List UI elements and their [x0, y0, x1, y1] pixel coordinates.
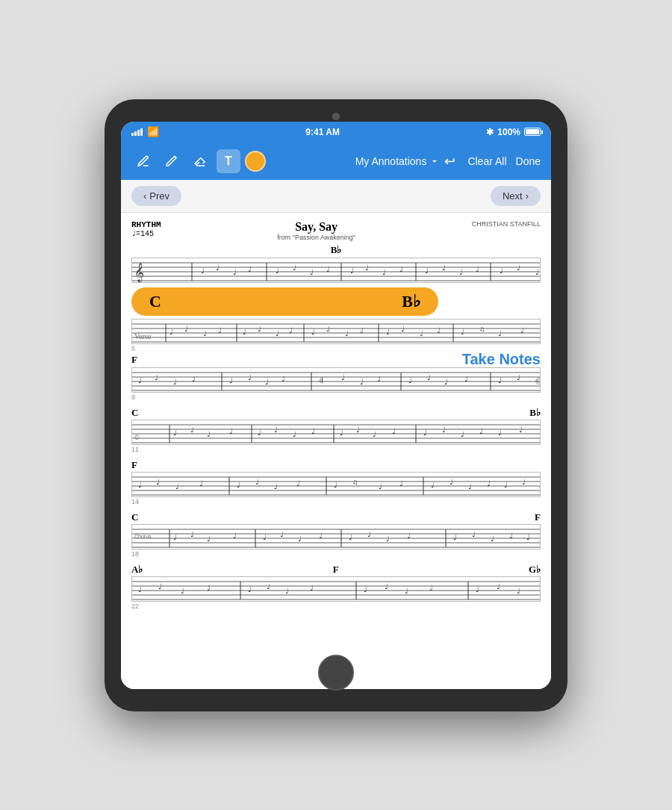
svg-text:♩: ♩ [461, 430, 464, 438]
clear-all-button[interactable]: Clear All [467, 155, 506, 167]
staff-row-f2: ♩♩♩♩ ♩♩♩♩ ♩♫♩♩ ♩♩♩♩ ♩♩— [131, 472, 541, 497]
svg-text:♩: ♩ [263, 533, 267, 541]
svg-text:♩: ♩ [248, 585, 252, 594]
svg-text:♩: ♩ [405, 587, 408, 595]
song-title-area: Say, Say from "Passion Awakening" [161, 220, 472, 241]
highlight-chord-left: C [149, 292, 161, 311]
svg-text:♩: ♩ [497, 582, 500, 591]
staff-line-f: F Take Notes [131, 352, 541, 401]
svg-text:♩: ♩ [293, 264, 296, 272]
nav-bar: ‹ Prev Next › [121, 180, 551, 213]
svg-text:♩: ♩ [138, 481, 142, 489]
marker-tool-button[interactable] [160, 149, 184, 173]
svg-text:♩: ♩ [175, 482, 179, 490]
svg-text:♩: ♩ [155, 373, 158, 381]
svg-text:♩: ♩ [476, 585, 479, 594]
annotation-label: My Annotations [355, 155, 427, 167]
svg-text:♩: ♩ [311, 328, 315, 336]
svg-text:♩: ♩ [173, 429, 177, 437]
svg-text:♩: ♩ [377, 375, 381, 383]
svg-text:♩: ♩ [520, 326, 524, 334]
svg-text:♩: ♩ [517, 373, 520, 381]
status-bar: 📶 9:41 AM ✱ 100% [121, 122, 551, 143]
svg-text:♩: ♩ [379, 482, 382, 490]
svg-text:♩: ♩ [258, 325, 261, 333]
svg-text:©: © [134, 434, 140, 441]
song-subtitle: from "Passion Awakening" [161, 234, 472, 241]
svg-text:♩: ♩ [207, 430, 211, 438]
svg-text:♩: ♩ [437, 326, 441, 334]
svg-text:♩: ♩ [459, 268, 463, 276]
staff-row-1: 𝄞 ♩♩♩♩ ♩♩♩♩ ♩♩♩♩ ♩♩♩♩ [131, 258, 541, 283]
svg-text:♩: ♩ [491, 535, 494, 543]
svg-text:♩: ♩ [399, 265, 403, 273]
svg-text:♩: ♩ [500, 267, 503, 275]
signal-bars-icon [131, 128, 143, 136]
part-label: RHYTHM [131, 220, 161, 229]
line-number-22: 22 [131, 602, 541, 610]
svg-text:♩: ♩ [233, 268, 237, 276]
svg-text:♩: ♩ [207, 584, 211, 592]
svg-text:♩: ♩ [280, 530, 284, 538]
svg-text:♩: ♩ [519, 426, 523, 434]
svg-text:♩: ♩ [539, 430, 540, 438]
prev-button[interactable]: ‹ Prev [131, 186, 181, 206]
svg-text:♩: ♩ [319, 532, 323, 540]
take-notes-text: Take Notes [462, 351, 541, 368]
annotation-selector[interactable]: My Annotations [355, 155, 441, 167]
svg-text:♩: ♩ [365, 264, 369, 272]
svg-text:Verse: Verse [134, 332, 152, 340]
svg-text:♩: ♩ [476, 265, 479, 273]
svg-text:♩: ♩ [233, 532, 237, 540]
chord-row-ab: A♭ F G♭ [131, 562, 541, 576]
svg-text:♩: ♩ [449, 478, 453, 486]
svg-text:♫: ♫ [352, 478, 358, 486]
staff-row-ab: ♩♩♩♩ ♩♩♩♩ ♩♩♩♩ ♩♩♩♩ [131, 576, 541, 602]
color-swatch-button[interactable] [245, 151, 266, 172]
pen-tool-button[interactable] [131, 149, 155, 173]
toolbar-actions: Clear All Done [467, 155, 541, 167]
screen: 📶 9:41 AM ✱ 100% T [121, 122, 551, 689]
text-tool-button[interactable]: T [217, 149, 240, 173]
svg-text:♩: ♩ [392, 427, 396, 435]
svg-text:©: © [535, 376, 540, 387]
staff-line-chorus: C F Chorus [131, 510, 541, 558]
next-button[interactable]: Next › [491, 186, 541, 206]
svg-text:♩: ♩ [429, 584, 433, 592]
svg-text:♩: ♩ [207, 535, 211, 543]
svg-text:♩: ♩ [181, 587, 184, 595]
svg-text:♩: ♩ [267, 582, 270, 591]
svg-text:Chorus: Chorus [134, 534, 152, 539]
svg-text:♩: ♩ [310, 268, 314, 276]
svg-text:♩: ♩ [423, 429, 427, 437]
svg-text:♩: ♩ [444, 378, 448, 386]
chord-c-chorus: C [131, 511, 138, 523]
svg-text:♩: ♩ [190, 426, 194, 434]
svg-text:♩: ♩ [420, 329, 423, 337]
svg-text:♩: ♩ [504, 481, 508, 489]
bluetooth-icon: ✱ [486, 127, 494, 137]
svg-text:♩: ♩ [522, 478, 526, 486]
tempo-label: ♩=145 [131, 229, 161, 238]
done-button[interactable]: Done [516, 155, 541, 167]
svg-text:♫: ♫ [479, 325, 485, 333]
svg-text:♩: ♩ [229, 376, 233, 384]
song-composer: CHRISTIAN STANFILL [472, 220, 541, 228]
eraser-tool-button[interactable] [188, 149, 212, 173]
status-left: 📶 [131, 126, 159, 137]
svg-text:♩: ♩ [356, 426, 360, 434]
line-number-9: 9 [131, 393, 541, 401]
svg-text:♩: ♩ [281, 375, 285, 383]
svg-text:♩: ♩ [364, 585, 367, 594]
svg-text:♩: ♩ [138, 585, 142, 594]
status-right: ✱ 100% [486, 127, 541, 137]
svg-text:♩: ♩ [229, 427, 233, 435]
svg-text:♩: ♩ [479, 427, 483, 435]
svg-text:♩: ♩ [334, 481, 337, 489]
svg-text:♩: ♩ [461, 328, 464, 336]
undo-button[interactable]: ↩ [444, 153, 455, 169]
staff-line-f2: F ♩♩♩♩ ♩♩♩♩ [131, 458, 541, 505]
svg-text:♩: ♩ [199, 479, 203, 487]
svg-text:—: — [538, 482, 540, 490]
svg-text:♩: ♩ [248, 373, 252, 381]
